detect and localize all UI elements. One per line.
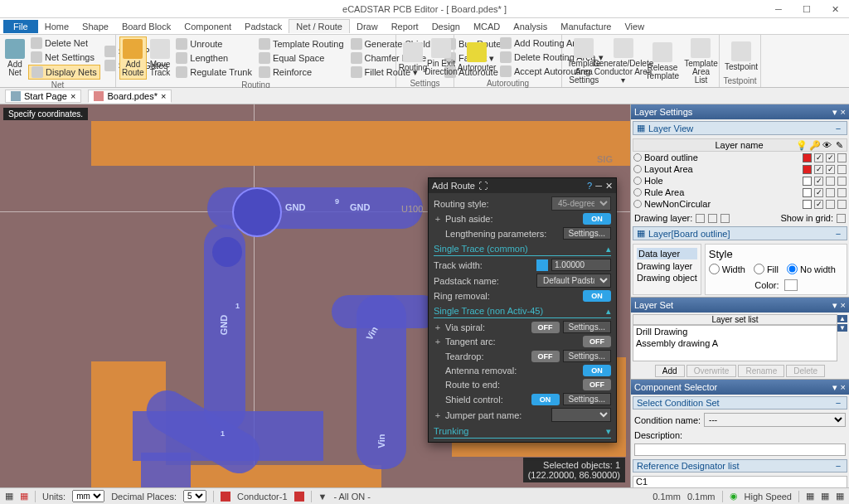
shield-settings-button[interactable]: Settings... [563,393,611,405]
layer-view-header[interactable]: ▦Layer View− [633,121,847,135]
tab-home[interactable]: Home [38,20,75,33]
layer-checkbox[interactable]: ✓ [814,177,823,186]
antenna-removal-toggle[interactable]: ON [583,365,611,376]
template-area-list-button[interactable]: Template Area List [682,36,720,86]
layer-checkbox[interactable] [837,177,847,186]
regulate-trunk-button[interactable]: Regulate Trunk [173,65,255,79]
drawing-layer-btn3[interactable] [720,214,730,223]
delete-net-button[interactable]: Delete Net [28,36,100,50]
data-layer-label[interactable]: Data layer [637,248,697,259]
unroute-button[interactable]: Unroute [173,37,255,51]
layerset-overwrite-button[interactable]: Overwrite [686,365,737,377]
expand-icon[interactable]: ▾ [606,426,611,437]
color-swatch[interactable] [803,188,812,197]
expand-icon[interactable]: + [434,410,442,420]
tab-boardblock[interactable]: Board Block [115,20,177,33]
layer-checkbox[interactable]: ✓ [826,153,835,162]
tab-mcad[interactable]: MCAD [467,20,507,33]
route-to-end-toggle[interactable]: OFF [583,379,611,390]
minimize-icon[interactable]: ─ [595,181,602,191]
jumper-part-select[interactable] [551,408,611,422]
collapse-icon[interactable]: ▴ [606,306,611,317]
status-icon[interactable]: ▦ [20,491,28,502]
select-condition-header[interactable]: Select Condition Set− [633,396,847,410]
close-icon[interactable]: × [161,91,166,101]
collapse-icon[interactable]: − [833,124,843,133]
move-track-button[interactable]: Move Track [148,36,172,80]
layer-set-list[interactable]: Drill Drawing Assembly drawing A [633,325,837,361]
decimal-select[interactable]: 5 [183,490,206,502]
layer-radio[interactable] [633,153,642,162]
template-routing-button[interactable]: Template Routing [256,37,347,51]
grid-x-label[interactable]: 0.1mm [653,492,681,502]
tab-manufacture[interactable]: Manufacture [554,20,618,33]
all-on-label[interactable]: - All ON - [333,492,371,502]
window-minimize[interactable]: ─ [764,0,793,18]
tab-start-page[interactable]: Start Page× [5,90,81,103]
tab-netroute[interactable]: Net / Route [289,19,350,33]
style-nowidth-radio[interactable]: No width [787,264,836,274]
layer-checkbox[interactable]: ✓ [826,165,835,174]
color-swatch[interactable] [784,279,798,291]
tab-design[interactable]: Design [425,20,467,33]
high-speed-label[interactable]: High Speed [745,492,793,502]
status-icon[interactable]: ▦ [5,491,13,502]
panel-dropdown-icon[interactable]: ▾ [832,107,837,118]
layer-row[interactable]: Rule Area✓ [633,187,847,198]
lengthen-button[interactable]: Lengthen [173,51,255,65]
conductor-label[interactable]: Conductor-1 [237,492,288,502]
via-spiral-settings-button[interactable]: Settings... [563,321,611,333]
teardrop-toggle[interactable]: OFF [531,351,560,362]
status-icon[interactable]: ▦ [806,491,814,502]
condition-name-select[interactable]: --- [704,413,846,427]
track-width-preset-icon[interactable] [536,259,548,271]
layer-checkbox[interactable] [826,200,835,209]
layer-checkbox[interactable] [826,177,835,186]
window-maximize[interactable]: ☐ [793,0,821,18]
expand-icon[interactable]: ⛶ [478,181,488,191]
layer-row[interactable]: Hole✓ [633,175,847,187]
grid-y-label[interactable]: 0.1mm [687,492,716,502]
tab-component[interactable]: Component [177,20,238,33]
color-swatch[interactable] [803,177,812,186]
pcb-canvas[interactable]: Specify coordinates. GND GND GND Vin Vin… [0,104,630,487]
brush-icon[interactable]: ✎ [836,140,846,150]
expand-icon[interactable]: + [434,337,442,346]
layer-row[interactable]: Layout Area✓✓ [633,163,847,175]
window-close[interactable]: ✕ [821,0,849,18]
autorouter-button[interactable]: Autorouter [458,36,496,78]
layer-checkbox[interactable]: ✓ [814,200,823,209]
net-settings-button[interactable]: Net Settings [28,51,100,64]
status-icon[interactable]: ▦ [821,491,829,502]
layer-radio[interactable] [633,200,642,208]
tab-shape[interactable]: Shape [75,20,115,33]
refdes-list-header[interactable]: Reference Designator list− [633,459,847,472]
layer-board-outline-header[interactable]: ▦Layer[Board outline]− [633,226,847,240]
layer-icon[interactable] [294,492,304,502]
tab-board[interactable]: Board.pdes*× [88,90,172,103]
layer-row[interactable]: NewNonCircular✓ [633,198,847,210]
tab-draw[interactable]: Draw [350,20,385,33]
help-icon[interactable]: ? [587,181,592,191]
layer-radio[interactable] [633,177,642,185]
show-in-grid-checkbox[interactable] [837,214,846,223]
color-swatch[interactable] [803,153,812,162]
layer-radio[interactable] [633,165,642,173]
track-width-input[interactable] [551,259,611,271]
ring-removal-toggle[interactable]: ON [583,290,611,302]
tab-file[interactable]: File [3,20,38,33]
close-icon[interactable]: ✕ [605,181,613,191]
panel-close-icon[interactable]: × [841,107,846,118]
status-icon[interactable]: ▦ [836,491,844,502]
panel-dropdown-icon[interactable]: ▾ [832,382,837,393]
list-item[interactable]: C1 [633,477,847,487]
panel-close-icon[interactable]: × [841,300,846,311]
layerset-rename-button[interactable]: Rename [738,365,784,377]
panel-dropdown-icon[interactable]: ▾ [832,300,837,311]
tab-report[interactable]: Report [385,20,425,33]
style-fill-radio[interactable]: Fill [754,264,779,274]
routing-settings-button[interactable]: Routing [400,36,426,78]
reinforce-button[interactable]: Reinforce [256,65,347,79]
collapse-icon[interactable]: ▴ [606,244,611,254]
gendel-conductor-button[interactable]: Generate/Delete Conductor Area ▾ [604,36,643,86]
